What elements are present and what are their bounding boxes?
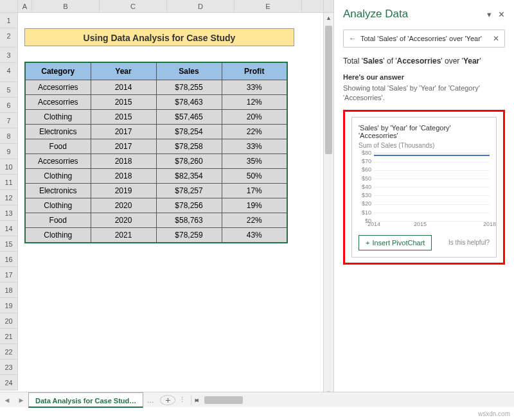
table-cell[interactable]: $78,254 — [156, 125, 222, 139]
table-cell[interactable]: $78,260 — [156, 154, 222, 169]
table-cell[interactable]: $58,763 — [156, 213, 222, 228]
row-header-4[interactable]: 4 — [0, 63, 18, 82]
table-row[interactable]: Clothing2018$82,35450% — [25, 169, 287, 184]
table-row[interactable]: Accesorries2018$78,26035% — [25, 154, 287, 169]
insert-pivotchart-button[interactable]: + Insert PivotChart — [359, 235, 432, 250]
table-row[interactable]: Clothing2015$57,46520% — [25, 110, 287, 125]
table-cell[interactable]: Clothing — [25, 169, 91, 184]
row-header-7[interactable]: 7 — [0, 113, 18, 128]
table-cell[interactable]: 2015 — [91, 95, 156, 110]
table-cell[interactable]: Accesorries — [25, 80, 91, 95]
vertical-scroll-thumb[interactable] — [325, 26, 332, 154]
table-cell[interactable]: 2021 — [91, 228, 156, 243]
table-cell[interactable]: 50% — [222, 169, 287, 184]
add-sheet-button[interactable]: + — [160, 395, 175, 405]
row-header-10[interactable]: 10 — [0, 159, 18, 175]
table-cell[interactable]: Food — [25, 139, 91, 154]
row-header-3[interactable]: 3 — [0, 48, 18, 63]
vertical-scrollbar[interactable]: ▲ ▼ — [323, 13, 333, 398]
row-header-24[interactable]: 24 — [0, 375, 18, 390]
table-cell[interactable]: $78,256 — [156, 198, 222, 213]
table-cell[interactable]: $78,255 — [156, 80, 222, 95]
table-cell[interactable]: 17% — [222, 184, 287, 198]
table-header[interactable]: Sales — [156, 62, 222, 80]
active-sheet-tab[interactable]: Data Analysis for Case Stud… — [28, 392, 143, 408]
table-cell[interactable]: Clothing — [25, 228, 91, 243]
row-header-13[interactable]: 13 — [0, 206, 18, 221]
table-cell[interactable]: 2020 — [91, 213, 156, 228]
query-box[interactable]: ← Total 'Sales' of 'Accesorries' over 'Y… — [343, 30, 505, 48]
table-cell[interactable]: 2014 — [91, 80, 156, 95]
table-header[interactable]: Year — [91, 62, 156, 80]
row-header-21[interactable]: 21 — [0, 329, 18, 344]
col-header-c[interactable]: C — [100, 0, 167, 12]
row-header-14[interactable]: 14 — [0, 221, 18, 236]
clear-query-icon[interactable]: ✕ — [493, 34, 499, 43]
data-table[interactable]: CategoryYearSalesProfit Accesorries2014$… — [24, 62, 288, 243]
table-cell[interactable]: 19% — [222, 198, 287, 213]
col-header-b[interactable]: B — [32, 0, 100, 12]
back-arrow-icon[interactable]: ← — [349, 34, 357, 43]
table-row[interactable]: Food2020$58,76322% — [25, 213, 287, 228]
row-header-23[interactable]: 23 — [0, 360, 18, 375]
table-cell[interactable]: 22% — [222, 125, 287, 139]
table-cell[interactable]: $78,258 — [156, 139, 222, 154]
horizontal-scroll-thumb[interactable] — [204, 396, 243, 404]
table-cell[interactable]: 33% — [222, 139, 287, 154]
select-all-corner[interactable] — [0, 0, 18, 12]
tab-more[interactable]: … — [143, 396, 157, 404]
table-cell[interactable]: 2018 — [91, 154, 156, 169]
table-cell[interactable]: 43% — [222, 228, 287, 243]
sheet-title-cell[interactable]: Using Data Analysis for Case Study — [24, 28, 294, 46]
row-header-17[interactable]: 17 — [0, 267, 18, 283]
hscroll-right-arrow[interactable]: ► — [191, 395, 202, 405]
col-header-a[interactable]: A — [18, 0, 32, 12]
table-cell[interactable]: Clothing — [25, 198, 91, 213]
row-header-15[interactable]: 15 — [0, 236, 18, 252]
table-cell[interactable]: 2019 — [91, 184, 156, 198]
col-header-e[interactable]: E — [235, 0, 302, 12]
row-header-9[interactable]: 9 — [0, 144, 18, 159]
table-cell[interactable]: $57,465 — [156, 110, 222, 125]
panel-close-icon[interactable]: ✕ — [498, 10, 505, 19]
table-cell[interactable]: Accesorries — [25, 154, 91, 169]
tab-nav-next[interactable]: ► — [14, 396, 28, 404]
table-cell[interactable]: Clothing — [25, 110, 91, 125]
table-cell[interactable]: 12% — [222, 95, 287, 110]
table-cell[interactable]: 35% — [222, 154, 287, 169]
cell-grid[interactable]: Using Data Analysis for Case Study Categ… — [18, 13, 333, 390]
table-row[interactable]: Electronics2017$78,25422% — [25, 125, 287, 139]
table-cell[interactable]: Food — [25, 213, 91, 228]
row-header-6[interactable]: 6 — [0, 98, 18, 113]
row-header-11[interactable]: 11 — [0, 175, 18, 190]
col-header-d[interactable]: D — [167, 0, 235, 12]
table-cell[interactable]: Accesorries — [25, 95, 91, 110]
table-cell[interactable]: $82,354 — [156, 169, 222, 184]
scroll-up-arrow[interactable]: ▲ — [324, 13, 333, 23]
row-header-1[interactable]: 1 — [0, 13, 18, 28]
row-header-8[interactable]: 8 — [0, 128, 18, 144]
table-header[interactable]: Category — [25, 62, 91, 80]
table-cell[interactable]: $78,257 — [156, 184, 222, 198]
row-header-2[interactable]: 2 — [0, 28, 18, 48]
table-cell[interactable]: $78,463 — [156, 95, 222, 110]
row-header-5[interactable]: 5 — [0, 82, 18, 98]
helpful-link[interactable]: Is this helpful? — [448, 239, 490, 246]
table-row[interactable]: Food2017$78,25833% — [25, 139, 287, 154]
table-cell[interactable]: 33% — [222, 80, 287, 95]
table-cell[interactable]: 2020 — [91, 198, 156, 213]
table-row[interactable]: Accesorries2014$78,25533% — [25, 80, 287, 95]
table-cell[interactable]: 2018 — [91, 169, 156, 184]
table-header[interactable]: Profit — [222, 62, 287, 80]
table-cell[interactable]: 22% — [222, 213, 287, 228]
row-header-22[interactable]: 22 — [0, 344, 18, 360]
table-cell[interactable]: $78,259 — [156, 228, 222, 243]
panel-menu-icon[interactable]: ▾ — [487, 10, 492, 19]
col-header-blank[interactable] — [302, 0, 324, 12]
table-row[interactable]: Accesorries2015$78,46312% — [25, 95, 287, 110]
table-row[interactable]: Clothing2020$78,25619% — [25, 198, 287, 213]
tab-nav-prev[interactable]: ◄ — [0, 396, 14, 404]
table-cell[interactable]: Electronics — [25, 125, 91, 139]
row-header-20[interactable]: 20 — [0, 313, 18, 329]
row-header-16[interactable]: 16 — [0, 252, 18, 267]
